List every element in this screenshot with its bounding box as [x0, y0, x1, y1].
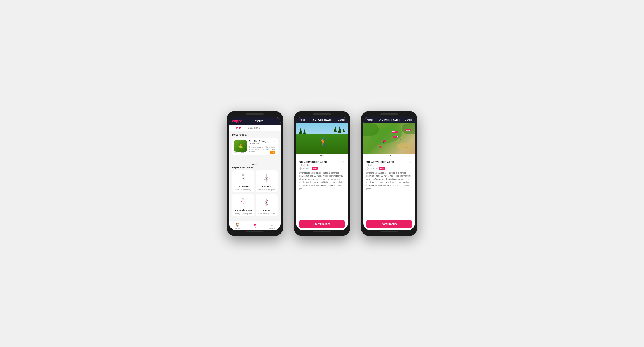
start-practice-button-2[interactable]: Start Practice	[299, 220, 345, 228]
detail-star-icon-3[interactable]: ☆	[409, 160, 412, 164]
drill-text-block: 6ft Conversion Zone 10-50 yds	[299, 160, 327, 167]
putting-name: Putting	[263, 209, 270, 211]
home-bar-3	[380, 231, 398, 232]
skill-off-the-tee[interactable]: Off The Tee Power and accuracy	[232, 170, 254, 192]
phone-notch	[246, 114, 264, 115]
shots-info: 🕐 10 shots	[234, 151, 244, 153]
shot-path-svg	[364, 123, 415, 154]
drill-title: Find The Fairway	[249, 140, 275, 143]
svg-line-11	[264, 179, 267, 180]
img-dot-2	[322, 155, 324, 156]
skills-grid: Off The Tee Power and accuracy	[232, 170, 278, 216]
app-header: clippd Practice ☰	[229, 117, 280, 125]
atg-name: Around The Green	[234, 209, 252, 211]
title-row: 6ft Conversion Zone 10-50 yds ☆	[299, 160, 345, 167]
most-popular-label: Most Popular	[232, 133, 278, 136]
back-button-3[interactable]: < Back	[366, 119, 373, 121]
detail-star-icon-2[interactable]: ☆	[342, 160, 345, 164]
img-dot-3-2	[390, 155, 391, 156]
clock-icon: 🕐	[234, 151, 236, 153]
phone-3: < Back 6ft Conversion Zone Cancel SAND	[361, 111, 418, 236]
detail-header-2: < Back 6ft Conversion Zone Cancel	[296, 117, 348, 123]
phone-2: < Back 6ft Conversion Zone Cancel	[294, 111, 350, 236]
drill-shots-row-2: 🕐 20 shots ARG	[299, 167, 345, 170]
ott-icon	[238, 173, 248, 184]
svg-point-6	[243, 178, 244, 179]
drill-yds-2: 10-50 yds	[299, 164, 327, 166]
ott-desc: Power and accuracy	[235, 189, 251, 191]
image-carousel-dots-3	[364, 154, 415, 158]
detail-title-2: 6ft Conversion Zone	[312, 119, 333, 121]
approach-name: Approach	[262, 185, 271, 187]
skill-approach[interactable]: Approach Dial-in to hit the green	[256, 170, 278, 192]
svg-line-12	[267, 179, 270, 180]
arg-tag-2: ARG	[312, 167, 318, 170]
putting-icon-area	[261, 197, 272, 208]
explore-label: Explore skill areas	[232, 166, 278, 169]
rough-marker: ROUGH	[406, 129, 411, 131]
capture-label: Capture	[269, 227, 275, 229]
svg-point-19	[241, 204, 241, 204]
svg-point-7	[266, 174, 267, 176]
nav-capture[interactable]: ⊕ Capture	[263, 223, 280, 229]
tab-favourites[interactable]: Favourites	[244, 125, 262, 131]
trees-left	[299, 128, 306, 134]
skill-putting[interactable]: Putting Make and lag practice	[256, 194, 278, 216]
header-title: Practice	[254, 120, 263, 123]
ott-name: Off The Tee	[238, 185, 248, 187]
start-practice-button-3[interactable]: Start Practice	[366, 220, 412, 228]
activities-icon: ♣	[254, 223, 256, 226]
featured-drill-card[interactable]: ⛳ Find The Fairway Off The Tee Create an…	[232, 138, 278, 155]
svg-line-10	[267, 177, 269, 178]
carousel-dots-1	[232, 164, 278, 165]
nav-home[interactable]: 🏠 Home	[229, 223, 246, 229]
cancel-button-2[interactable]: Cancel	[338, 119, 345, 121]
phone-3-screen: < Back 6ft Conversion Zone Cancel SAND	[364, 117, 415, 230]
back-button-2[interactable]: < Back	[299, 119, 306, 121]
shots-text-3: 20 shots	[370, 167, 378, 170]
phone-notch-3	[380, 114, 398, 115]
home-icon: 🏠	[236, 223, 240, 227]
golfer-icon: ⛳	[238, 143, 243, 149]
svg-line-5	[243, 179, 246, 180]
svg-point-20	[245, 203, 246, 203]
star-icon[interactable]: ☆	[273, 140, 275, 143]
svg-point-15	[242, 198, 244, 199]
putting-icon	[262, 197, 272, 208]
drill-description-3: 20 shots are randomly generated at dista…	[366, 171, 412, 190]
capture-icon: ⊕	[270, 223, 274, 227]
shots-text-2: 20 shots	[303, 167, 310, 170]
nav-activities[interactable]: ♣ Activities	[246, 223, 264, 229]
approach-desc: Dial-in to hit the green	[258, 189, 275, 191]
drill-text-block-3: 6ft Conversion Zone 10-50 yds	[366, 160, 394, 167]
svg-line-4	[240, 180, 243, 180]
svg-point-24	[266, 198, 267, 199]
detail-header-3: < Back 6ft Conversion Zone Cancel	[364, 117, 415, 123]
scene: clippd Practice ☰ Drills Favourites Most…	[214, 98, 430, 249]
arg-tag-3: ARG	[379, 167, 385, 170]
tab-drills[interactable]: Drills	[232, 125, 244, 131]
dot-2	[254, 164, 256, 165]
putting-desc: Make and lag practice	[258, 213, 275, 214]
drill-map: SAND FAIRWAY ROUGH Hit Miss 🏌️	[364, 123, 415, 154]
svg-point-34	[266, 202, 267, 203]
img-dot-1	[320, 155, 322, 156]
svg-point-0	[242, 174, 244, 176]
svg-point-13	[266, 178, 267, 179]
clock-icon-2: 🕐	[299, 167, 302, 170]
clock-icon-3: 🕐	[366, 167, 369, 170]
skill-around-green[interactable]: Around The Green Hone your short game	[232, 194, 254, 216]
drill-shots-row-3: 🕐 20 shots ARG	[366, 167, 412, 170]
atg-icon	[238, 197, 248, 208]
hamburger-icon[interactable]: ☰	[275, 119, 278, 123]
clippd-logo: clippd	[232, 119, 242, 123]
dot-1	[252, 164, 254, 165]
trees-right	[334, 126, 345, 133]
drill-photo: 🏌️	[296, 123, 348, 154]
activities-label: Activities	[251, 227, 258, 229]
cancel-button-3[interactable]: Cancel	[405, 119, 412, 121]
tabs-row: Drills Favourites	[229, 125, 280, 131]
ott-icon-area	[238, 173, 248, 184]
atg-icon-area	[238, 197, 248, 208]
phone-2-screen: < Back 6ft Conversion Zone Cancel	[296, 117, 348, 230]
